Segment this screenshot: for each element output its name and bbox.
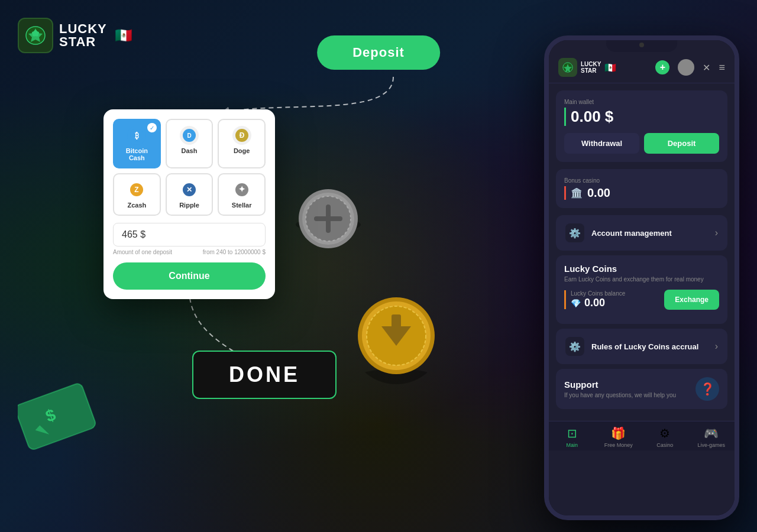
account-management-left: ⚙️ Account management: [565, 223, 672, 242]
phone-logo: LUCKY STAR 🇲🇽: [558, 58, 616, 77]
zcash-name: Zcash: [127, 202, 146, 209]
svg-text:₿: ₿: [135, 131, 139, 140]
bonus-icon: 🏛️: [571, 187, 583, 199]
coin-decoration-1: [290, 183, 367, 260]
nav-casino[interactable]: ⚙ Casino: [642, 426, 688, 448]
crypto-stellar[interactable]: ✦ Stellar: [218, 173, 266, 216]
phone-bottom-nav: ⊡ Main 🎁 Free Money ⚙ Casino 🎮 Live-game…: [549, 421, 735, 450]
wallet-actions: Withdrawal Deposit: [564, 133, 719, 154]
lc-balance-left: Lucky Coins balance 💎 0.00: [564, 290, 625, 309]
ripple-name: Ripple: [179, 202, 199, 209]
dash-name: Dash: [182, 147, 198, 154]
btc-name: Bitcoin Cash: [119, 147, 155, 161]
header-logo: LUCKY STAR 🇲🇽: [18, 18, 134, 53]
nav-main[interactable]: ⊡ Main: [549, 426, 596, 448]
account-management-label: Account management: [591, 229, 672, 238]
account-management-item[interactable]: ⚙️ Account management ›: [556, 215, 727, 251]
phone-avatar[interactable]: [678, 59, 694, 76]
svg-text:Z: Z: [135, 186, 139, 194]
done-label: DONE: [192, 351, 337, 399]
support-section: Support If you have any questions, we wi…: [556, 369, 727, 409]
lucky-coins-rules-left: ⚙️ Rules of Lucky Coins accrual: [565, 337, 698, 356]
support-icon[interactable]: ❓: [695, 377, 719, 401]
support-title: Support: [564, 379, 695, 390]
phone-content: Main wallet 0.00 $ Withdrawal Deposit Bo…: [549, 83, 735, 421]
bonus-label: Bonus casino: [564, 177, 719, 184]
check-icon: ✓: [147, 123, 157, 132]
wallet-section: Main wallet 0.00 $ Withdrawal Deposit: [556, 90, 727, 162]
withdrawal-button[interactable]: Withdrawal: [564, 133, 639, 154]
svg-rect-24: [392, 314, 401, 327]
support-left: Support If you have any questions, we wi…: [564, 379, 695, 398]
lc-icon: 💎: [571, 299, 581, 308]
wallet-label: Main wallet: [564, 99, 719, 105]
lucky-coins-balance-row: Lucky Coins balance 💎 0.00 Exchange: [564, 290, 719, 310]
doge-icon: Ð: [232, 126, 251, 145]
phone-logo-icon: [558, 58, 577, 77]
crypto-zcash[interactable]: Z Zcash: [113, 173, 161, 216]
phone-menu-button[interactable]: ≡: [719, 61, 725, 74]
svg-text:✦: ✦: [238, 184, 245, 194]
amount-hint: Amount of one deposit from 240 to 120000…: [113, 249, 266, 255]
phone-frame: LUCKY STAR 🇲🇽 + ✕ ≡ Main wallet 0.00: [544, 35, 739, 520]
ripple-icon: ✕: [180, 180, 199, 199]
money-card-decoration: $: [18, 372, 112, 479]
bonus-section: Bonus casino 🏛️ 0.00: [556, 169, 727, 208]
lucky-coins-rules-label: Rules of Lucky Coins accrual: [591, 342, 698, 351]
exchange-button[interactable]: Exchange: [664, 290, 719, 310]
lc-balance-amount: 💎 0.00: [571, 297, 625, 309]
zcash-icon: Z: [127, 180, 146, 199]
bonus-amount: 🏛️ 0.00: [564, 186, 719, 200]
btc-icon: ₿: [127, 126, 146, 145]
lc-balance-label: Lucky Coins balance: [571, 290, 625, 297]
lucky-coins-desc: Earn Lucky Coins and exchange them for r…: [564, 276, 719, 283]
logo-icon: [18, 18, 53, 53]
phone-logo-text: LUCKY STAR: [581, 61, 601, 74]
phone-close-button[interactable]: ✕: [703, 62, 710, 73]
logo-text: LUCKY STAR: [59, 22, 107, 48]
crypto-grid: ✓ ₿ Bitcoin Cash D Dash: [113, 119, 266, 216]
crypto-ripple[interactable]: ✕ Ripple: [166, 173, 213, 216]
account-management-icon: ⚙️: [565, 223, 584, 242]
nav-live-games[interactable]: 🎮 Live-games: [688, 426, 735, 448]
top-deposit-button[interactable]: Deposit: [317, 35, 440, 70]
phone-header-actions: + ✕ ≡: [655, 59, 725, 76]
wallet-amount: 0.00 $: [564, 108, 719, 126]
phone-plus-button[interactable]: +: [655, 60, 669, 74]
crypto-dash[interactable]: D Dash: [166, 119, 213, 168]
stellar-icon: ✦: [232, 180, 251, 199]
coin-decoration-2: [349, 290, 444, 384]
lucky-coins-rules-chevron: ›: [715, 341, 718, 352]
stellar-name: Stellar: [232, 202, 252, 209]
svg-text:Ð: Ð: [239, 131, 244, 140]
lucky-coins-title: Lucky Coins: [564, 264, 719, 274]
amount-input[interactable]: [113, 223, 266, 246]
nav-free-money[interactable]: 🎁 Free Money: [596, 426, 642, 448]
lucky-coins-section: Lucky Coins Earn Lucky Coins and exchang…: [556, 255, 727, 324]
crypto-bitcoin-cash[interactable]: ✓ ₿ Bitcoin Cash: [113, 119, 161, 168]
phone-screen: LUCKY STAR 🇲🇽 + ✕ ≡ Main wallet 0.00: [549, 40, 735, 515]
flag-badge: 🇲🇽: [113, 25, 134, 46]
phone-mockup: LUCKY STAR 🇲🇽 + ✕ ≡ Main wallet 0.00: [544, 35, 739, 520]
phone-camera: [639, 43, 644, 47]
svg-text:D: D: [187, 132, 191, 139]
dash-icon: D: [180, 126, 199, 145]
continue-button[interactable]: Continue: [113, 262, 266, 290]
svg-text:✕: ✕: [186, 186, 192, 194]
account-management-chevron: ›: [715, 228, 718, 238]
deposit-card: ✓ ₿ Bitcoin Cash D Dash: [103, 109, 275, 299]
lucky-coins-rules-icon: ⚙️: [565, 337, 584, 356]
crypto-doge[interactable]: Ð Doge: [218, 119, 266, 168]
doge-name: Doge: [234, 147, 250, 154]
deposit-button[interactable]: Deposit: [644, 133, 719, 154]
support-desc: If you have any questions, we will help …: [564, 392, 695, 398]
lucky-coins-rules-item[interactable]: ⚙️ Rules of Lucky Coins accrual ›: [556, 329, 727, 364]
